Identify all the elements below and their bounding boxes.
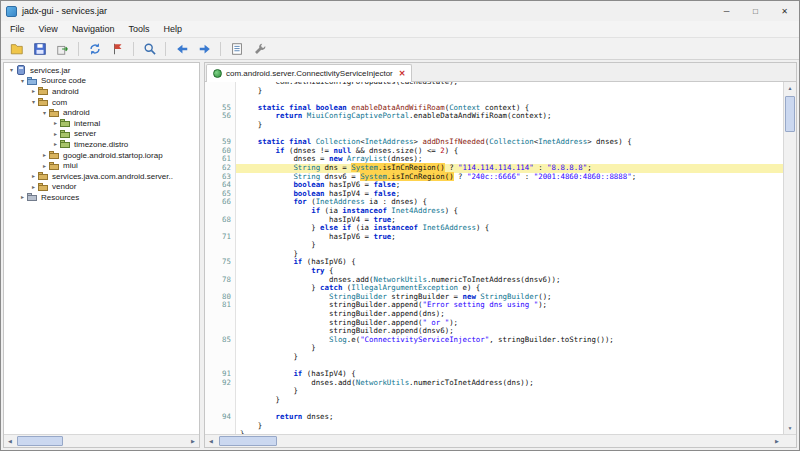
tree-item-source-code[interactable]: ▾Source code: [4, 76, 199, 87]
code-line-text: hasIpV6 = true;: [236, 233, 783, 242]
code-line-text: }: [236, 87, 783, 96]
editor-panel: com.android.server.ConnectivityServiceIn…: [204, 62, 797, 448]
editor-vscroll-thumb[interactable]: [785, 96, 795, 132]
code-line-text: }: [236, 121, 783, 130]
pkg-icon: [49, 161, 60, 171]
code-line-text: }: [236, 396, 783, 405]
tree-item-services-java-com-android-server[interactable]: ▸services.java.com.android.server..: [4, 171, 199, 182]
tree-item-label: android: [63, 108, 90, 117]
editor-wrap: com.setMiuiConfigForUpdates(cachedState)…: [205, 82, 796, 434]
line-number: [205, 130, 236, 139]
scroll-right-arrow-icon[interactable]: ▶: [187, 435, 199, 447]
chevron-down-icon[interactable]: ▾: [29, 97, 38, 107]
log-viewer-button[interactable]: [226, 39, 247, 59]
scroll-left-arrow-icon[interactable]: ◀: [205, 435, 217, 447]
tree-horizontal-scrollbar[interactable]: ◀ ▶: [4, 434, 199, 447]
chevron-down-icon[interactable]: ▾: [7, 65, 16, 75]
chevron-right-icon[interactable]: ▸: [51, 129, 60, 139]
toolbar-separator: [133, 42, 134, 56]
open-file-button[interactable]: [6, 39, 27, 59]
tree-scroll-thumb[interactable]: [17, 436, 63, 446]
pkg-icon: [38, 171, 49, 181]
preferences-button[interactable]: [249, 39, 270, 59]
menu-view[interactable]: View: [32, 21, 65, 37]
minimize-button[interactable]: ─: [712, 1, 741, 21]
line-number: [205, 241, 236, 250]
code-line-text: }: [236, 387, 783, 396]
export-button[interactable]: [52, 39, 73, 59]
close-button[interactable]: ✕: [770, 1, 799, 21]
tree-item-com[interactable]: ▾com: [4, 97, 199, 108]
scroll-down-arrow-icon[interactable]: ▼: [784, 422, 796, 434]
tree-item-server[interactable]: ▸server: [4, 129, 199, 140]
project-tree[interactable]: ▾services.jar▾Source code▸android▾com▾an…: [4, 63, 199, 434]
forward-button[interactable]: [194, 39, 215, 59]
chevron-right-icon[interactable]: ▸: [40, 161, 49, 171]
line-number: 85: [205, 336, 236, 345]
tree-item-android[interactable]: ▸android: [4, 86, 199, 97]
line-number: [205, 224, 236, 233]
line-number: 63: [205, 173, 236, 182]
code-line: 94 return dnses;: [205, 413, 783, 422]
chevron-right-icon[interactable]: ▸: [40, 150, 49, 160]
back-button[interactable]: [171, 39, 192, 59]
chevron-right-icon[interactable]: ▸: [29, 182, 38, 192]
class-icon: [213, 69, 222, 78]
editor-bottom-bar: ◀ ▶: [205, 434, 796, 447]
tab-close-icon[interactable]: ✕: [399, 70, 406, 78]
tree-item-android[interactable]: ▾android: [4, 107, 199, 118]
pkg-icon: [38, 97, 49, 107]
code-line-text: return dnses;: [236, 413, 783, 422]
tree-item-miui[interactable]: ▸miui: [4, 160, 199, 171]
editor-hscroll-thumb[interactable]: [219, 436, 277, 446]
code-line: 56 return MiuiConfigCaptivePortal.enable…: [205, 112, 783, 121]
code-line-text: }: [236, 344, 783, 353]
window-controls: ─ □ ✕: [712, 1, 799, 21]
scroll-left-arrow-icon[interactable]: ◀: [4, 435, 16, 447]
code-editor[interactable]: com.setMiuiConfigForUpdates(cachedState)…: [205, 82, 783, 434]
save-all-icon: [33, 42, 47, 56]
flat-packages-button[interactable]: [107, 39, 128, 59]
line-number: 92: [205, 379, 236, 388]
line-number: [205, 396, 236, 405]
scroll-up-arrow-icon[interactable]: ▲: [784, 82, 796, 94]
tree-item-resources[interactable]: ▸Resources: [4, 192, 199, 203]
forward-icon: [198, 42, 212, 56]
editor-horizontal-scrollbar[interactable]: ◀ ▶: [205, 434, 783, 447]
line-number: [205, 405, 236, 414]
project-tree-panel: ▾services.jar▾Source code▸android▾com▾an…: [3, 62, 200, 448]
tree-item-label: services.java.com.android.server..: [52, 172, 173, 181]
chevron-right-icon[interactable]: ▸: [29, 171, 38, 181]
title-bar[interactable]: jadx-gui - services.jar ─ □ ✕: [1, 1, 799, 21]
tree-item-timezone-distro[interactable]: ▸timezone.distro: [4, 139, 199, 150]
chevron-right-icon[interactable]: ▸: [51, 118, 60, 128]
menu-file[interactable]: File: [3, 21, 32, 37]
tree-item-label: internal: [74, 119, 100, 128]
chevron-down-icon[interactable]: ▾: [40, 108, 49, 118]
maximize-button[interactable]: □: [741, 1, 770, 21]
chevron-down-icon[interactable]: ▾: [18, 76, 27, 86]
search-text-button[interactable]: [139, 39, 160, 59]
chevron-right-icon[interactable]: ▸: [29, 86, 38, 96]
sync-button[interactable]: [84, 39, 105, 59]
menu-help[interactable]: Help: [156, 21, 189, 37]
toolbar-separator: [78, 42, 79, 56]
menu-navigation[interactable]: Navigation: [65, 21, 122, 37]
editor-vertical-scrollbar[interactable]: ▲ ▼: [783, 82, 796, 434]
tree-item-vendor[interactable]: ▸vendor: [4, 182, 199, 193]
menu-tools[interactable]: Tools: [121, 21, 156, 37]
tab-connectivity-service-injector[interactable]: com.android.server.ConnectivityServiceIn…: [206, 64, 412, 82]
chevron-right-icon[interactable]: ▸: [18, 192, 27, 202]
tree-item-label: android: [52, 87, 79, 96]
line-number: 81: [205, 301, 236, 310]
tree-item-google-android-startop-iorap[interactable]: ▸google.android.startop.iorap: [4, 150, 199, 161]
line-number: 65: [205, 190, 236, 199]
scroll-right-arrow-icon[interactable]: ▶: [771, 435, 783, 447]
tree-item-internal[interactable]: ▸internal: [4, 118, 199, 129]
chevron-right-icon[interactable]: ▸: [51, 139, 60, 149]
save-all-button[interactable]: [29, 39, 50, 59]
line-number: 59: [205, 138, 236, 147]
line-number: 68: [205, 216, 236, 225]
tree-item-label: Resources: [41, 193, 79, 202]
tree-item-services-jar[interactable]: ▾services.jar: [4, 65, 199, 76]
